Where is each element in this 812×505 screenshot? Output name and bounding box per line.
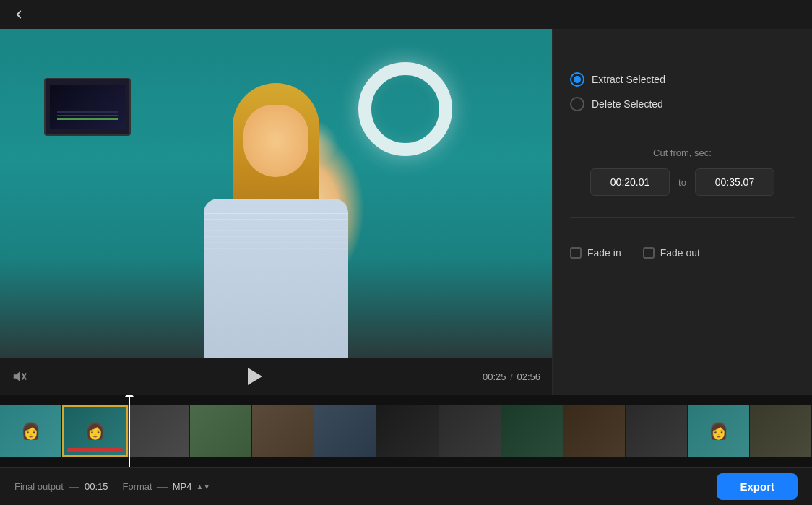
delete-selected-option[interactable]: Delete Selected — [570, 97, 795, 111]
fade-section: Fade in Fade out — [570, 247, 795, 259]
film-thumb-8[interactable] — [439, 405, 501, 457]
fade-out-label: Fade out — [660, 247, 700, 259]
filmstrip: 👩 👩 👩 — [0, 405, 812, 457]
delete-selected-label: Delete Selected — [592, 98, 663, 110]
film-thumb-3[interactable] — [128, 405, 190, 457]
divider — [570, 217, 795, 218]
format-select[interactable]: Format — MP4 ▲▼ — [122, 480, 210, 493]
mute-icon — [12, 370, 27, 383]
film-thumb-2[interactable]: 👩 — [62, 405, 128, 457]
left-panel: 00:25 / 02:56 — [0, 29, 552, 395]
final-output-label: Final output — [14, 481, 64, 492]
cut-from-label: Cut from, sec: — [570, 147, 795, 158]
film-thumb-9[interactable] — [501, 405, 563, 457]
fade-out-checkbox[interactable] — [643, 247, 655, 259]
extract-selected-option[interactable]: Extract Selected — [570, 72, 795, 87]
monitor-screen — [50, 85, 125, 129]
person-body — [204, 199, 348, 358]
selected-segment-bar — [67, 448, 123, 452]
time-from-input[interactable]: 00:20.01 — [590, 168, 670, 196]
film-thumb-6[interactable] — [314, 405, 376, 457]
main-content: 00:25 / 02:56 Extract Selected Delete Se… — [0, 29, 812, 395]
format-dash: — — [157, 480, 168, 493]
current-time: 00:25 — [483, 371, 506, 382]
right-panel: Extract Selected Delete Selected Cut fro… — [552, 29, 812, 395]
video-placeholder — [0, 29, 552, 358]
controls-bar: 00:25 / 02:56 — [0, 358, 552, 395]
to-label: to — [678, 177, 686, 188]
time-separator: / — [510, 371, 515, 382]
time-display: 00:25 / 02:56 — [483, 371, 540, 382]
timeline-section[interactable]: 👩 👩 👩 — [0, 395, 812, 467]
cut-section: Cut from, sec: 00:20.01 to 00:35.07 — [570, 147, 795, 196]
play-icon — [248, 368, 262, 385]
format-label: Format — [122, 481, 152, 492]
film-thumb-10[interactable] — [563, 405, 626, 457]
person-face — [243, 105, 308, 177]
top-bar — [0, 0, 812, 29]
fade-in-option[interactable]: Fade in — [570, 247, 621, 259]
playhead — [129, 395, 130, 467]
film-thumb-12[interactable]: 👩 — [688, 405, 750, 457]
export-button[interactable]: Export — [717, 473, 798, 500]
fade-in-checkbox[interactable] — [570, 247, 582, 259]
mute-button[interactable] — [12, 370, 27, 383]
fade-out-option[interactable]: Fade out — [643, 247, 700, 259]
extract-selected-label: Extract Selected — [592, 74, 665, 85]
radio-group: Extract Selected Delete Selected — [570, 72, 795, 111]
delete-selected-radio[interactable] — [570, 97, 584, 111]
back-button[interactable] — [9, 4, 29, 25]
film-thumb-7[interactable] — [376, 405, 439, 457]
svg-marker-0 — [14, 372, 20, 381]
ring-light-decoration — [358, 62, 452, 156]
fade-in-label: Fade in — [587, 247, 621, 259]
time-to-input[interactable]: 00:35.07 — [695, 168, 774, 196]
format-chevron-icon: ▲▼ — [196, 483, 210, 491]
output-dash: — — [69, 481, 79, 492]
output-info: Final output — 00:15 — [14, 481, 108, 492]
extract-selected-radio[interactable] — [570, 72, 584, 87]
play-button[interactable] — [36, 368, 474, 385]
film-thumb-11[interactable] — [626, 405, 688, 457]
cut-inputs: 00:20.01 to 00:35.07 — [570, 168, 795, 196]
total-time: 02:56 — [517, 371, 540, 382]
film-thumb-5[interactable] — [252, 405, 314, 457]
film-thumb-13[interactable] — [750, 405, 812, 457]
monitor-decoration — [44, 78, 131, 136]
film-thumb-1[interactable]: 👩 — [0, 405, 62, 457]
person-figure — [182, 83, 370, 358]
output-duration: 00:15 — [85, 481, 108, 492]
bottom-bar: Final output — 00:15 Format — MP4 ▲▼ Exp… — [0, 467, 812, 505]
film-thumb-4[interactable] — [190, 405, 252, 457]
video-container — [0, 29, 552, 358]
format-value: MP4 — [173, 481, 192, 492]
